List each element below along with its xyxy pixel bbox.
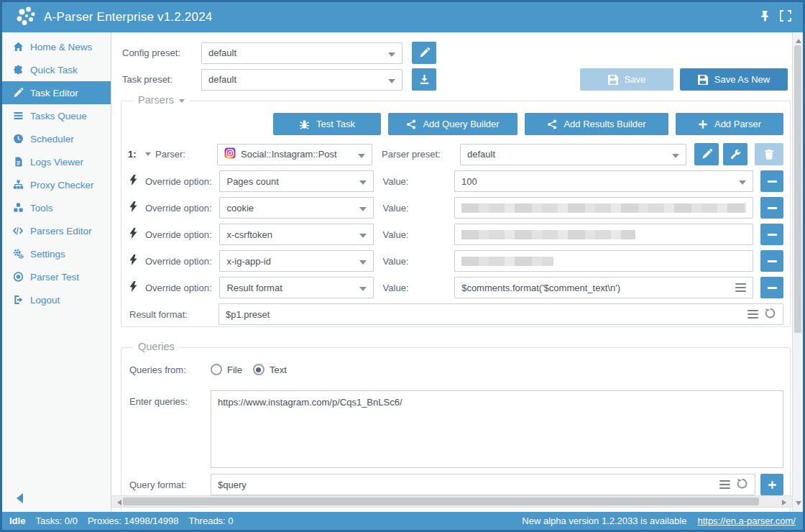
override-option-select[interactable]: Pages count xyxy=(219,170,373,192)
override-value-select[interactable]: 100 xyxy=(454,170,753,192)
sidebar-item-settings[interactable]: Settings xyxy=(2,242,111,265)
reset-icon[interactable] xyxy=(764,307,776,321)
sidebar-item-parsers-editor[interactable]: Parsers Editor xyxy=(2,219,111,242)
pencil-icon xyxy=(419,47,430,58)
remove-override-button[interactable] xyxy=(760,250,783,272)
scroll-left-arrow[interactable] xyxy=(114,500,121,505)
edit-config-preset-button[interactable] xyxy=(412,42,436,64)
vertical-scrollbar[interactable] xyxy=(792,32,803,512)
queries-textarea[interactable]: https://www.instagram.com/p/Cqs1_BnLSc6/ xyxy=(211,390,783,468)
override-option-select[interactable]: x-csrftoken xyxy=(219,224,373,245)
vertical-scroll-thumb[interactable] xyxy=(794,45,801,333)
template-menu-icon[interactable] xyxy=(748,310,758,319)
override-option-select[interactable]: cookie xyxy=(219,197,373,219)
sidebar-item-label: Task Editor xyxy=(30,88,78,98)
parser-row-menu-caret[interactable] xyxy=(145,152,151,156)
plus-icon xyxy=(698,119,708,129)
parsers-section: Parsers Test Task Add Query Builder Add xyxy=(121,101,791,327)
share-icon xyxy=(547,119,557,129)
import-task-preset-button[interactable] xyxy=(412,68,436,91)
scroll-down-arrow[interactable] xyxy=(796,501,801,508)
parsers-legend[interactable]: Parsers xyxy=(133,94,190,106)
sidebar-item-label: Proxy Checker xyxy=(30,180,94,191)
sidebar-item-task-editor[interactable]: Task Editor xyxy=(2,81,111,104)
reset-icon[interactable] xyxy=(736,477,748,492)
parser-preset-value: default xyxy=(467,149,495,160)
parser-preset-select[interactable]: default xyxy=(460,144,686,165)
remove-override-button[interactable] xyxy=(760,197,783,219)
parser-preset-label: Parser preset: xyxy=(382,149,451,160)
parser-label: Parser: xyxy=(155,149,217,160)
override-value-input[interactable] xyxy=(454,250,753,272)
remove-override-button[interactable] xyxy=(760,277,783,298)
share-icon xyxy=(406,119,416,129)
add-parser-button[interactable]: Add Parser xyxy=(676,113,783,135)
remove-override-button[interactable] xyxy=(760,170,783,192)
horizontal-scroll-thumb[interactable] xyxy=(123,497,759,505)
value-label: Value: xyxy=(383,176,446,187)
add-query-format-button[interactable] xyxy=(760,474,783,495)
a-parser-logo-icon xyxy=(14,5,37,29)
sidebar-item-label: Home & News xyxy=(30,42,92,52)
code-icon xyxy=(12,226,24,237)
update-link[interactable]: https://en.a-parser.com/ xyxy=(697,515,796,526)
result-format-input[interactable]: $p1.preset xyxy=(218,303,783,325)
edit-parser-preset-button[interactable] xyxy=(694,143,719,165)
sidebar-item-label: Quick Task xyxy=(30,65,78,75)
home-icon xyxy=(12,42,24,52)
add-query-builder-button[interactable]: Add Query Builder xyxy=(388,113,518,135)
save-as-new-button[interactable]: Save As New xyxy=(680,68,788,91)
sidebar-item-logs-viewer[interactable]: Logs Viewer xyxy=(2,150,111,173)
test-task-button[interactable]: Test Task xyxy=(273,113,381,135)
pin-icon[interactable] xyxy=(760,10,770,24)
sidebar-collapse-arrow[interactable] xyxy=(17,493,23,503)
override-option-select[interactable]: x-ig-app-id xyxy=(219,250,373,272)
config-preset-select[interactable]: default xyxy=(201,42,402,64)
config-preset-label: Config preset: xyxy=(122,47,201,58)
sidebar-item-home-news[interactable]: Home & News xyxy=(2,35,111,58)
radio-file[interactable]: File xyxy=(211,364,242,375)
scroll-up-arrow[interactable] xyxy=(796,36,801,43)
sidebar-item-quick-task[interactable]: Quick Task xyxy=(2,58,111,81)
parser-select[interactable]: Social::Instagram::Post xyxy=(217,144,372,165)
wrench-icon xyxy=(730,149,741,160)
clock-icon xyxy=(12,134,24,145)
chevron-down-icon xyxy=(359,180,367,185)
delete-parser-button[interactable] xyxy=(755,143,783,165)
target-icon xyxy=(12,272,24,283)
add-results-builder-button[interactable]: Add Results Builder xyxy=(525,113,668,135)
override-row: Override option: Pages count Value: 100 xyxy=(128,170,783,192)
template-menu-icon[interactable] xyxy=(719,480,730,490)
sidebar-item-label: Scheduler xyxy=(30,134,74,145)
template-menu-icon[interactable] xyxy=(735,283,746,293)
sidebar-item-proxy-checker[interactable]: Proxy Checker xyxy=(2,173,111,196)
query-format-label: Query format: xyxy=(129,480,201,490)
radio-text[interactable]: Text xyxy=(253,364,287,375)
sidebar-item-label: Tasks Queue xyxy=(30,111,87,121)
override-value-input[interactable] xyxy=(454,224,753,245)
horizontal-scrollbar[interactable] xyxy=(111,495,792,508)
save-button-label: Save xyxy=(625,74,646,85)
override-value-input[interactable] xyxy=(454,197,753,219)
scroll-right-arrow[interactable] xyxy=(782,500,789,505)
override-option-select[interactable]: Result format xyxy=(219,277,373,298)
sidebar-item-tasks-queue[interactable]: Tasks Queue xyxy=(2,104,111,127)
task-preset-select[interactable]: default xyxy=(201,69,402,91)
sidebar-item-tools[interactable]: Tools xyxy=(2,196,111,219)
chevron-down-icon xyxy=(672,154,679,158)
sidebar-item-logout[interactable]: Logout xyxy=(2,288,111,311)
status-tasks: Tasks: 0/0 xyxy=(35,515,78,526)
sidebar-item-scheduler[interactable]: Scheduler xyxy=(2,127,111,150)
override-option-label: Override option: xyxy=(145,229,219,240)
query-format-input[interactable]: $query xyxy=(211,474,755,495)
queries-legend: Queries xyxy=(133,341,180,352)
override-value-input[interactable]: $comments.format('$comment_text\n') xyxy=(454,277,753,298)
sidebar-item-label: Tools xyxy=(30,203,53,214)
parser-options-button[interactable] xyxy=(723,143,748,165)
sidebar-item-parser-test[interactable]: Parser Test xyxy=(2,265,111,288)
config-preset-value: default xyxy=(208,47,236,58)
save-button[interactable]: Save xyxy=(580,68,673,91)
minus-icon xyxy=(768,207,777,209)
remove-override-button[interactable] xyxy=(760,224,783,245)
fullscreen-icon[interactable] xyxy=(780,10,791,24)
